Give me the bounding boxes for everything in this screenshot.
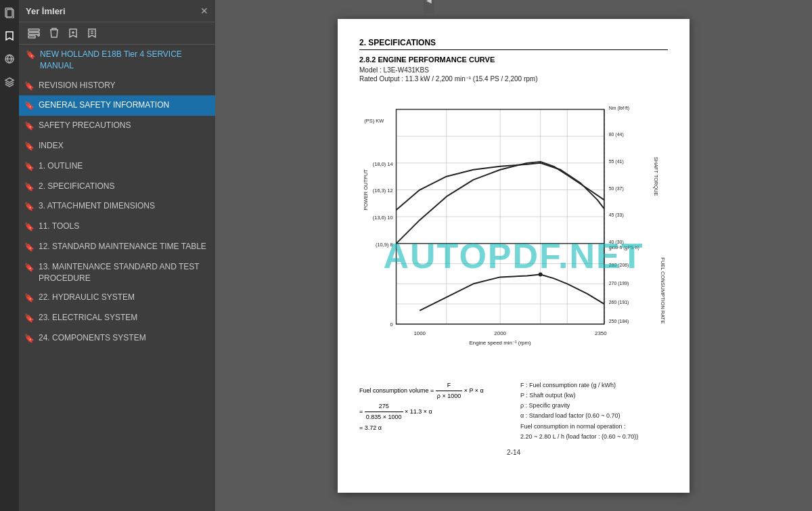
svg-text:280 (206): 280 (206) bbox=[609, 262, 629, 267]
bookmark-icon: 🔖 bbox=[24, 221, 35, 233]
sidebar-item-maintenance-timetable[interactable]: 🔖 12. STANDARD MAINTENANCE TIME TABLE bbox=[19, 237, 215, 257]
list-view-button[interactable] bbox=[24, 26, 43, 41]
svg-point-48 bbox=[539, 272, 543, 276]
nav-item-label: 23. ELECTRICAL SYSTEM bbox=[39, 312, 137, 324]
model-info: Model : L3E-W431KBS bbox=[359, 66, 668, 74]
sidebar-item-manual-title[interactable]: 🔖 NEW HOLLAND E18B Tier 4 SERVICE MANUAL bbox=[19, 45, 215, 76]
svg-text:(13,6) 10: (13,6) 10 bbox=[373, 215, 393, 221]
sidebar-item-electrical-system[interactable]: 🔖 23. ELECTRICAL SYSTEM bbox=[19, 308, 215, 328]
svg-text:POWER OUTPUT: POWER OUTPUT bbox=[363, 169, 369, 210]
sidebar-title: Yer İmleri bbox=[26, 6, 66, 16]
sidebar-item-general-safety[interactable]: 🔖 GENERAL SAFETY INFORMATION bbox=[19, 95, 215, 116]
sidebar-toolbar bbox=[19, 22, 215, 45]
svg-text:Engine speed  min⁻¹ (rpm): Engine speed min⁻¹ (rpm) bbox=[470, 339, 532, 345]
svg-rect-4 bbox=[28, 32, 39, 35]
svg-text:(10,9) 8: (10,9) 8 bbox=[376, 241, 393, 247]
svg-text:260 (191): 260 (191) bbox=[609, 300, 629, 305]
svg-text:80 (44): 80 (44) bbox=[609, 132, 624, 137]
sidebar-collapse-button[interactable]: ◀ bbox=[424, 0, 434, 14]
nav-item-label: 13. MAINTENANCE STANDARD AND TEST PROCED… bbox=[39, 261, 208, 284]
sidebar-close-button[interactable]: ✕ bbox=[200, 5, 208, 16]
svg-text:2000: 2000 bbox=[494, 330, 506, 336]
nav-item-label: INDEX bbox=[39, 140, 64, 152]
nav-item-label: NEW HOLLAND E18B Tier 4 SERVICE MANUAL bbox=[40, 49, 208, 72]
nav-item-label: 2. SPECIFICATIONS bbox=[39, 181, 114, 192]
delete-bookmark-button[interactable] bbox=[46, 26, 62, 41]
sidebar-item-specifications[interactable]: 🔖 2. SPECIFICATIONS bbox=[19, 177, 215, 197]
bookmark-icon: 🔖 bbox=[24, 313, 35, 324]
svg-text:gkW·h (gPS·h): gkW·h (gPS·h) bbox=[609, 244, 639, 250]
svg-text:(18,0) 14: (18,0) 14 bbox=[373, 160, 393, 166]
bookmark-options-button[interactable] bbox=[84, 26, 100, 41]
bookmark-icon: 🔖 bbox=[26, 49, 36, 61]
subsection-title: 2.8.2 ENGINE PERFORMANCE CURVE bbox=[359, 55, 668, 64]
chart-container: 1000 2000 2350 Engine speed min⁻¹ (rpm) … bbox=[359, 88, 668, 375]
pages-icon[interactable] bbox=[2, 5, 17, 20]
nav-item-label: GENERAL SAFETY INFORMATION bbox=[39, 99, 169, 111]
bookmark-icon: 🔖 bbox=[24, 141, 35, 152]
formula-fraction: F ρ × 1000 bbox=[436, 387, 464, 394]
document-page: 2. SPECIFICATIONS 2.8.2 ENGINE PERFORMAN… bbox=[338, 19, 690, 493]
bookmark-icon: 🔖 bbox=[24, 262, 35, 273]
nav-item-label: 3. ATTACHMENT DIMENSIONS bbox=[39, 200, 155, 212]
formula-section: Fuel consumption volume = F ρ × 1000 × P… bbox=[359, 380, 668, 443]
performance-chart: 1000 2000 2350 Engine speed min⁻¹ (rpm) … bbox=[359, 88, 668, 372]
bookmark-icon: 🔖 bbox=[24, 81, 35, 92]
rated-output: Rated Output : 11.3 kW / 2,200 min⁻¹ (15… bbox=[359, 75, 668, 83]
sidebar-item-outline[interactable]: 🔖 1. OUTLINE bbox=[19, 156, 215, 177]
main-content: AUTOPDF.NET 2. SPECIFICATIONS 2.8.2 ENGI… bbox=[215, 0, 812, 511]
section-title: 2. SPECIFICATIONS bbox=[359, 38, 668, 50]
svg-text:50 (37): 50 (37) bbox=[609, 185, 624, 191]
page-number: 2-14 bbox=[359, 449, 668, 456]
svg-text:(16,3) 12: (16,3) 12 bbox=[373, 187, 393, 194]
svg-text:40 (30): 40 (30) bbox=[609, 239, 624, 244]
bookmark-icon: 🔖 bbox=[24, 120, 35, 132]
left-toolbar bbox=[0, 0, 19, 511]
bookmark-icon: 🔖 bbox=[24, 100, 35, 112]
bookmark-icon: 🔖 bbox=[24, 333, 35, 345]
layers-icon[interactable] bbox=[2, 74, 17, 89]
svg-rect-5 bbox=[28, 36, 35, 38]
bookmarks-panel-icon[interactable] bbox=[2, 28, 17, 43]
nav-item-label: 22. HYDRAULIC SYSTEM bbox=[39, 292, 135, 303]
svg-text:45 (33): 45 (33) bbox=[609, 213, 624, 218]
link-icon[interactable] bbox=[2, 51, 17, 66]
sidebar-item-revision-history[interactable]: 🔖 REVISION HISTORY bbox=[19, 76, 215, 96]
svg-text:FUEL CONSUMPTION RATE: FUEL CONSUMPTION RATE bbox=[660, 257, 666, 324]
formula-right: F : Fuel consumption rate (g / kWh) P : … bbox=[520, 380, 668, 443]
nav-item-label: 24. COMPONENTS SYSTEM bbox=[39, 332, 146, 344]
formula-text: Fuel consumption volume = bbox=[359, 387, 436, 394]
bookmark-icon: 🔖 bbox=[24, 201, 35, 213]
svg-text:55 (41): 55 (41) bbox=[609, 158, 624, 164]
nav-item-label: 11. TOOLS bbox=[39, 221, 79, 232]
svg-text:270 (199): 270 (199) bbox=[609, 281, 629, 286]
sidebar-item-hydraulic-system[interactable]: 🔖 22. HYDRAULIC SYSTEM bbox=[19, 288, 215, 308]
svg-text:1000: 1000 bbox=[413, 330, 426, 336]
sidebar-item-maintenance-standard[interactable]: 🔖 13. MAINTENANCE STANDARD AND TEST PROC… bbox=[19, 257, 215, 288]
svg-text:0: 0 bbox=[390, 321, 392, 327]
svg-text:250 (184): 250 (184) bbox=[609, 318, 629, 324]
svg-rect-3 bbox=[28, 29, 39, 31]
sidebar-item-index[interactable]: 🔖 INDEX bbox=[19, 136, 215, 156]
sidebar-item-components[interactable]: 🔖 24. COMPONENTS SYSTEM bbox=[19, 328, 215, 349]
sidebar-panel: Yer İmleri ✕ bbox=[19, 0, 215, 511]
nav-item-label: 12. STANDARD MAINTENANCE TIME TABLE bbox=[39, 241, 206, 252]
bookmarks-list: 🔖 NEW HOLLAND E18B Tier 4 SERVICE MANUAL… bbox=[19, 45, 215, 511]
nav-item-label: SAFETY PRECAUTIONS bbox=[39, 120, 131, 131]
bookmark-icon: 🔖 bbox=[24, 181, 35, 193]
nav-item-label: REVISION HISTORY bbox=[39, 80, 116, 91]
bookmark-icon: 🔖 bbox=[24, 242, 35, 253]
nav-item-label: 1. OUTLINE bbox=[39, 160, 83, 172]
bookmark-icon: 🔖 bbox=[24, 161, 35, 173]
add-bookmark-button[interactable] bbox=[65, 26, 81, 41]
svg-text:SHAFT TORQUE: SHAFT TORQUE bbox=[653, 156, 659, 196]
svg-text:2350: 2350 bbox=[595, 330, 607, 336]
svg-text:Nm (lbf·ft): Nm (lbf·ft) bbox=[609, 105, 629, 110]
sidebar-item-safety-precautions[interactable]: 🔖 SAFETY PRECAUTIONS bbox=[19, 116, 215, 136]
sidebar-header: Yer İmleri ✕ bbox=[19, 0, 215, 22]
formula-left: Fuel consumption volume = F ρ × 1000 × P… bbox=[359, 380, 507, 443]
sidebar-item-attachment-dimensions[interactable]: 🔖 3. ATTACHMENT DIMENSIONS bbox=[19, 196, 215, 217]
bookmark-icon: 🔖 bbox=[24, 292, 35, 304]
svg-text:(PS) KW: (PS) KW bbox=[364, 118, 384, 124]
sidebar-item-tools[interactable]: 🔖 11. TOOLS bbox=[19, 217, 215, 237]
